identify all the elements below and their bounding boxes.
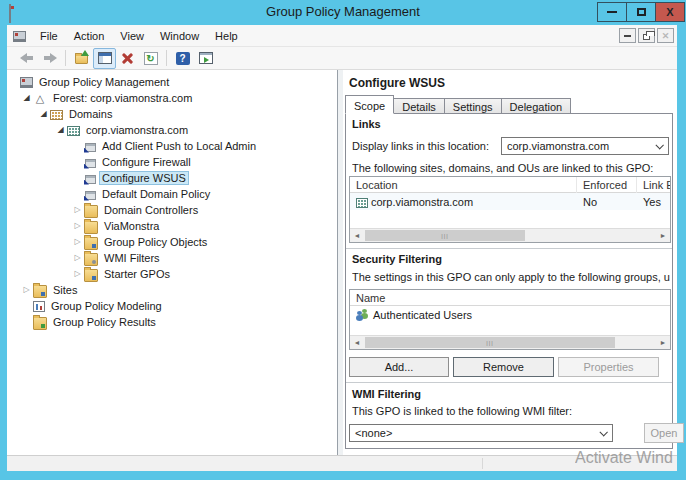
ou-folder-icon — [84, 221, 98, 234]
tree-item-viamonstra[interactable]: ViaMonstra — [7, 218, 337, 234]
users-icon — [356, 308, 370, 321]
collapse-icon[interactable] — [71, 266, 84, 282]
collapse-icon[interactable] — [71, 234, 84, 250]
gpo-title: Configure WSUS — [349, 76, 445, 90]
details-pane: Configure WSUS Scope Details Settings De… — [343, 70, 677, 455]
minimize-button[interactable] — [597, 2, 627, 22]
scrollbar-thumb[interactable]: ||| — [365, 337, 615, 348]
column-link-enabled[interactable]: Link Enabled — [637, 177, 671, 193]
tree-item-domain-controllers[interactable]: Domain Controllers — [7, 202, 337, 218]
delete-button[interactable] — [116, 48, 139, 69]
maximize-icon — [637, 8, 646, 16]
scroll-left-icon[interactable]: ◄ — [350, 336, 364, 349]
window-title: Group Policy Management — [0, 4, 686, 19]
mdi-close-button[interactable]: ✕ — [657, 28, 674, 43]
tree-item-group-policy-objects[interactable]: Group Policy Objects — [7, 234, 337, 250]
help-button[interactable]: ? — [171, 48, 194, 69]
open-button[interactable]: Open — [644, 423, 684, 443]
console-tree-pane: Group Policy Management △ Forest: corp.v… — [7, 70, 338, 455]
tree-item-gpo-add-client-push[interactable]: Add Client Push to Local Admin — [7, 138, 337, 154]
chevron-down-icon — [655, 141, 663, 149]
tab-settings[interactable]: Settings — [444, 98, 502, 114]
menu-view[interactable]: View — [112, 27, 152, 45]
domain-icon — [67, 126, 80, 136]
properties-button[interactable]: Properties — [558, 357, 659, 377]
links-table: Location Enforced Link Enabled corp.viam… — [349, 176, 671, 243]
tab-details[interactable]: Details — [393, 98, 445, 114]
mdi-restore-button[interactable] — [638, 28, 655, 43]
tree-item-sites[interactable]: Sites — [7, 282, 337, 298]
column-location[interactable]: Location — [350, 177, 577, 193]
chevron-down-icon — [599, 428, 607, 436]
gpmc-icon — [20, 77, 33, 88]
collapse-icon[interactable] — [20, 282, 33, 298]
title-bar: Group Policy Management X — [0, 0, 686, 25]
tree-item-forest[interactable]: △ Forest: corp.viamonstra.com — [7, 90, 337, 106]
remove-button[interactable]: Remove — [453, 357, 554, 377]
tree-item-domains[interactable]: Domains — [7, 106, 337, 122]
menu-window[interactable]: Window — [152, 27, 207, 45]
status-bar-divider — [482, 458, 483, 469]
tab-delegation[interactable]: Delegation — [501, 98, 572, 114]
gpo-link-icon — [85, 143, 96, 152]
console-tree-toggle-button[interactable] — [93, 48, 116, 69]
tree-item-gpo-default-domain-policy[interactable]: Default Domain Policy — [7, 186, 337, 202]
tab-scope[interactable]: Scope — [345, 95, 394, 114]
collapse-icon[interactable] — [71, 250, 84, 266]
links-table-header: Location Enforced Link Enabled — [350, 177, 670, 193]
security-filtering-heading: Security Filtering — [352, 253, 442, 265]
scroll-right-icon[interactable]: ► — [656, 336, 670, 349]
tree-item-wmi-filters[interactable]: WMI Filters — [7, 250, 337, 266]
collapse-icon[interactable] — [71, 202, 84, 218]
help-icon: ? — [176, 52, 190, 65]
collapse-icon[interactable] — [71, 218, 84, 234]
security-horizontal-scrollbar[interactable]: ◄ ||| ► — [350, 335, 670, 349]
tree-item-group-policy-modeling[interactable]: Group Policy Modeling — [7, 298, 337, 314]
up-level-button[interactable] — [70, 48, 93, 69]
export-list-button[interactable] — [194, 48, 217, 69]
mdi-minimize-button[interactable] — [619, 28, 636, 43]
close-button[interactable]: X — [655, 2, 685, 22]
security-table: Name Authenticated Users ◄ ||| ► — [349, 289, 671, 350]
tree-item-gpo-configure-firewall[interactable]: Configure Firewall — [7, 154, 337, 170]
forward-button[interactable] — [38, 48, 61, 69]
maximize-button[interactable] — [626, 2, 656, 22]
restore-icon — [643, 34, 650, 40]
gpmc-window: Group Policy Management X File Action Vi… — [0, 0, 686, 480]
menu-help[interactable]: Help — [207, 27, 246, 45]
scroll-left-icon[interactable]: ◄ — [350, 229, 364, 242]
links-horizontal-scrollbar[interactable]: ◄ ||| ► — [350, 228, 670, 242]
add-button[interactable]: Add... — [349, 357, 449, 377]
domain-icon — [356, 198, 368, 208]
expand-icon[interactable] — [54, 122, 67, 138]
tree-item-starter-gpos[interactable]: Starter GPOs — [7, 266, 337, 282]
table-row[interactable]: Authenticated Users — [350, 306, 670, 323]
refresh-button[interactable]: ↻ — [139, 48, 162, 69]
sites-folder-icon — [33, 285, 47, 298]
wmi-filter-dropdown[interactable]: <none> — [349, 424, 613, 442]
table-row[interactable]: corp.viamonstra.com No Yes — [350, 193, 670, 210]
tree-item-group-policy-results[interactable]: Group Policy Results — [7, 314, 337, 330]
forest-icon: △ — [33, 92, 47, 105]
back-button[interactable] — [15, 48, 38, 69]
wmi-filtering-heading: WMI Filtering — [352, 388, 421, 400]
domains-icon — [50, 110, 63, 120]
column-enforced[interactable]: Enforced — [577, 177, 637, 193]
links-heading: Links — [352, 118, 381, 130]
column-name[interactable]: Name — [350, 290, 670, 306]
export-list-icon — [199, 52, 213, 64]
wmi-filtering-description: This GPO is linked to the following WMI … — [352, 405, 670, 417]
results-folder-icon — [33, 317, 47, 330]
menu-action[interactable]: Action — [66, 27, 113, 45]
scrollbar-thumb[interactable]: ||| — [365, 230, 525, 241]
location-dropdown[interactable]: corp.viamonstra.com — [501, 137, 669, 155]
gpo-link-icon — [85, 191, 96, 200]
tree-item-gpm-root[interactable]: Group Policy Management — [7, 74, 337, 90]
menu-file[interactable]: File — [32, 27, 66, 45]
expand-icon[interactable] — [20, 90, 33, 106]
scroll-right-icon[interactable]: ► — [656, 229, 670, 242]
delete-icon — [121, 52, 134, 65]
tree-item-gpo-configure-wsus[interactable]: Configure WSUS — [7, 170, 337, 186]
tree-item-domain-corp[interactable]: corp.viamonstra.com — [7, 122, 337, 138]
expand-icon[interactable] — [37, 106, 50, 122]
